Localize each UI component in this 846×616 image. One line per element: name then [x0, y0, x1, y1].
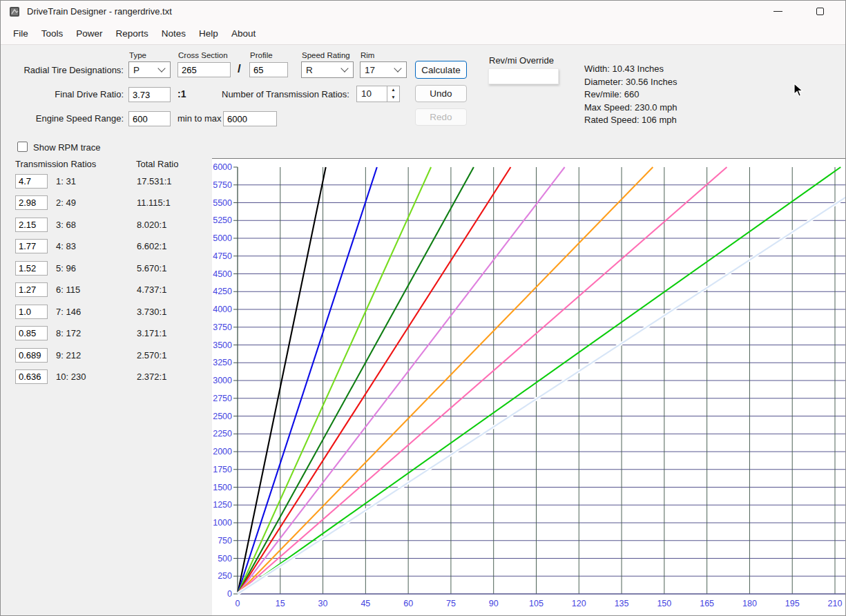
- svg-text:120: 120: [572, 599, 586, 608]
- gear-speed-label: 2: 49: [56, 198, 76, 208]
- rev-override-input[interactable]: [488, 68, 559, 84]
- undo-button[interactable]: Undo: [415, 85, 467, 102]
- window-title: DriveTrain Designer - rangerdrive.txt: [27, 6, 172, 17]
- type-value: P: [133, 65, 140, 75]
- ratio-input[interactable]: [15, 195, 48, 210]
- table-row: 7: 1463.730:1: [15, 305, 215, 321]
- total-ratio-header: Total Ratio: [136, 159, 178, 169]
- engine-speed-max-input[interactable]: [223, 111, 277, 126]
- svg-text:0: 0: [235, 599, 240, 608]
- chevron-down-icon: [394, 64, 401, 72]
- engine-speed-min-input[interactable]: [128, 111, 171, 126]
- table-row: 8: 1723.171:1: [15, 326, 215, 343]
- profile-label: Profile: [250, 51, 273, 59]
- final-drive-suffix: :1: [177, 88, 186, 99]
- gear-speed-label: 8: 172: [56, 328, 81, 338]
- total-ratio-value: 17.531:1: [137, 176, 172, 186]
- svg-text:165: 165: [700, 599, 714, 608]
- type-select[interactable]: P: [128, 61, 171, 78]
- show-rpm-trace-label: Show RPM trace: [33, 142, 101, 153]
- minimize-button[interactable]: [764, 1, 791, 22]
- speed-rating-select[interactable]: R: [301, 61, 354, 78]
- gear-speed-label: 9: 212: [56, 350, 81, 360]
- svg-text:3500: 3500: [213, 340, 232, 350]
- menu-item-power[interactable]: Power: [76, 28, 102, 39]
- svg-text:250: 250: [218, 571, 232, 581]
- final-drive-label: Final Drive Ratio:: [13, 89, 124, 99]
- maximize-button[interactable]: [806, 1, 834, 22]
- calculate-button[interactable]: Calculate: [415, 61, 467, 79]
- tire-info-line: Rated Speed: 106 mph: [584, 114, 677, 127]
- show-rpm-trace-checkbox[interactable]: [17, 142, 28, 152]
- gear-speed-label: 4: 83: [56, 241, 76, 251]
- engine-speed-label: Engine Speed Range:: [13, 113, 124, 124]
- svg-text:4750: 4750: [213, 251, 232, 261]
- svg-text:1750: 1750: [213, 465, 232, 474]
- radial-tire-label: Radial Tire Designations:: [13, 65, 124, 75]
- svg-text:2000: 2000: [213, 447, 232, 456]
- gear-speed-label: 6: 115: [56, 285, 80, 295]
- total-ratio-value: 8.020:1: [137, 220, 166, 230]
- cross-section-input[interactable]: [177, 62, 231, 77]
- transmission-count-label: Number of Transmission Ratios:: [222, 89, 349, 99]
- profile-input[interactable]: [249, 62, 288, 77]
- ratio-input[interactable]: [15, 218, 48, 232]
- total-ratio-value: 2.372:1: [137, 372, 166, 382]
- svg-text:30: 30: [318, 599, 328, 608]
- menu-item-file[interactable]: File: [13, 28, 28, 39]
- svg-text:1250: 1250: [213, 500, 232, 510]
- axis-ticks: [233, 167, 238, 594]
- rim-label: Rim: [360, 51, 374, 59]
- transmission-count-stepper[interactable]: 10 ▲ ▼: [356, 86, 400, 102]
- ratio-input[interactable]: [15, 369, 48, 384]
- svg-text:5250: 5250: [213, 215, 232, 225]
- final-drive-input[interactable]: [128, 87, 171, 102]
- ratio-input[interactable]: [15, 348, 48, 363]
- svg-text:1500: 1500: [213, 483, 232, 492]
- speed-rating-label: Speed Rating: [302, 51, 350, 59]
- svg-text:210: 210: [828, 599, 843, 608]
- tire-info-line: Rev/mile: 660: [584, 88, 677, 102]
- gear-speed-label: 1: 31: [56, 176, 76, 186]
- svg-text:750: 750: [218, 536, 232, 546]
- menu-bar: FileToolsPowerReportsNotesHelpAbout: [1, 22, 845, 45]
- mouse-cursor: [794, 83, 805, 98]
- svg-text:5000: 5000: [213, 233, 232, 243]
- stepper-arrows[interactable]: ▲ ▼: [387, 86, 399, 102]
- table-row: 5: 965.670:1: [15, 261, 215, 278]
- rev-override-label: Rev/mi Override: [489, 55, 554, 66]
- menu-item-help[interactable]: Help: [199, 28, 218, 39]
- svg-text:1000: 1000: [213, 518, 232, 528]
- menu-item-about[interactable]: About: [231, 28, 256, 39]
- menu-item-tools[interactable]: Tools: [41, 28, 64, 39]
- stepper-up-icon[interactable]: ▲: [387, 86, 399, 94]
- stepper-down-icon[interactable]: ▼: [387, 94, 399, 102]
- ratio-input[interactable]: [15, 174, 48, 189]
- svg-text:5500: 5500: [213, 198, 232, 208]
- rim-select[interactable]: 17: [360, 61, 407, 78]
- ratio-input[interactable]: [15, 305, 48, 319]
- total-ratio-value: 5.670:1: [137, 263, 166, 273]
- svg-text:60: 60: [403, 599, 413, 608]
- svg-text:45: 45: [360, 599, 370, 608]
- chevron-down-icon: [340, 64, 348, 72]
- svg-text:135: 135: [615, 599, 629, 608]
- svg-text:180: 180: [742, 599, 757, 608]
- gear-speed-label: 10: 230: [56, 372, 86, 382]
- ratio-input[interactable]: [15, 326, 48, 340]
- menu-item-notes[interactable]: Notes: [162, 28, 186, 39]
- svg-text:4000: 4000: [213, 305, 232, 314]
- redo-button[interactable]: Redo: [415, 108, 467, 126]
- table-row: 6: 1154.737:1: [15, 282, 215, 299]
- ratio-input[interactable]: [15, 282, 48, 297]
- total-ratio-value: 3.171:1: [137, 328, 166, 338]
- ratio-input[interactable]: [15, 261, 48, 276]
- gear-speed-label: 7: 146: [56, 307, 81, 317]
- rpm-vs-speed-chart: 0250500750100012501500175020002250250027…: [212, 158, 846, 616]
- maximize-icon: [816, 8, 824, 15]
- svg-text:3250: 3250: [213, 358, 232, 367]
- menu-item-reports[interactable]: Reports: [116, 28, 148, 39]
- ratio-input[interactable]: [15, 239, 48, 253]
- h-gridlines: [238, 185, 846, 577]
- svg-text:5750: 5750: [213, 180, 232, 190]
